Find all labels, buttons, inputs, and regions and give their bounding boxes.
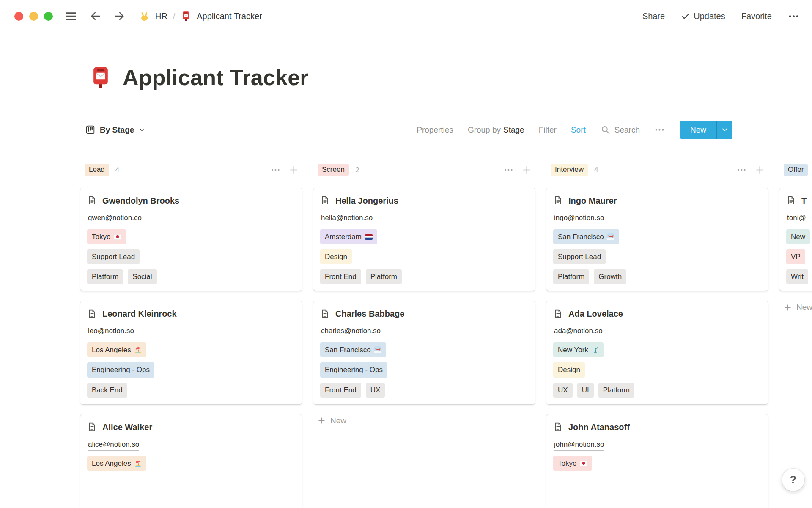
new-card-button[interactable]: New bbox=[313, 416, 535, 425]
tag-ux: UX bbox=[366, 383, 385, 398]
card-email[interactable]: leo@notion.so bbox=[88, 326, 134, 337]
board-column-offer: OfferTtoni@NewVPWritNew bbox=[779, 163, 812, 312]
group-by-value: Stage bbox=[503, 125, 524, 135]
sidebar-toggle-icon[interactable] bbox=[65, 10, 77, 22]
card[interactable]: Leonard Kleinrockleo@notion.soLos Angele… bbox=[80, 301, 302, 404]
card-email[interactable]: ada@notion.so bbox=[554, 326, 603, 337]
view-more-button[interactable] bbox=[654, 124, 665, 135]
column-add-card-button[interactable] bbox=[522, 165, 532, 175]
column-header: Screen2 bbox=[313, 163, 535, 178]
column-more-button[interactable] bbox=[271, 165, 280, 175]
card-name: Gwendolyn Brooks bbox=[102, 195, 179, 207]
search-button[interactable]: Search bbox=[600, 124, 640, 135]
page-title-emoji-icon[interactable] bbox=[89, 66, 112, 90]
workspace-emoji-icon bbox=[139, 11, 150, 22]
view-name: By Stage bbox=[100, 125, 134, 135]
tag-back-end: Back End bbox=[87, 383, 127, 398]
traffic-light-zoom[interactable] bbox=[44, 12, 53, 21]
tag-support-lead: Support Lead bbox=[553, 249, 606, 264]
board-column-screen: Screen2Hella Jongeriushella@notion.soAms… bbox=[313, 163, 535, 425]
properties-button[interactable]: Properties bbox=[417, 125, 453, 135]
traffic-light-close[interactable] bbox=[14, 12, 23, 21]
card[interactable]: Ttoni@NewVPWrit bbox=[779, 188, 812, 291]
tag-row: Engineering - Ops bbox=[320, 362, 528, 377]
card[interactable]: Charles Babbagecharles@notion.soSan Fran… bbox=[313, 301, 535, 404]
column-count: 2 bbox=[355, 166, 359, 174]
breadcrumb-page[interactable]: Applicant Tracker bbox=[197, 11, 262, 21]
card-email[interactable]: alice@notion.so bbox=[88, 440, 139, 451]
flag-nl-icon bbox=[365, 234, 373, 240]
tag-growth: Growth bbox=[594, 269, 626, 284]
card-name: Ada Lovelace bbox=[568, 308, 623, 320]
back-button[interactable] bbox=[89, 10, 102, 22]
page-icon bbox=[553, 196, 563, 205]
page-icon bbox=[553, 422, 563, 432]
card-email[interactable]: toni@ bbox=[787, 213, 806, 224]
page-title: Applicant Tracker bbox=[123, 64, 309, 92]
board-column-interview: Interview4Ingo Maureringo@notion.soSan F… bbox=[546, 163, 768, 508]
card-title-row: Hella Jongerius bbox=[320, 195, 528, 207]
new-card-label: New bbox=[330, 416, 346, 425]
tag-row: Engineering - Ops bbox=[87, 362, 295, 377]
column-add-card-button[interactable] bbox=[289, 165, 299, 175]
column-more-button[interactable] bbox=[504, 165, 513, 175]
card-email[interactable]: hella@notion.so bbox=[321, 213, 373, 224]
column-more-button[interactable] bbox=[737, 165, 746, 175]
traffic-lights bbox=[14, 12, 53, 21]
column-add-card-button[interactable] bbox=[755, 165, 765, 175]
card[interactable]: Ingo Maureringo@notion.soSan FranciscoSu… bbox=[546, 188, 768, 291]
card-email[interactable]: ingo@notion.so bbox=[554, 213, 604, 224]
topbar-actions: Share Updates Favorite bbox=[642, 11, 799, 22]
tag-row: Support Lead bbox=[87, 249, 295, 264]
traffic-light-minimize[interactable] bbox=[29, 12, 38, 21]
card-email[interactable]: john@notion.so bbox=[554, 440, 604, 451]
breadcrumb-workspace[interactable]: HR bbox=[155, 11, 167, 21]
tag-row: Tokyo bbox=[87, 229, 295, 244]
column-count: 4 bbox=[594, 166, 598, 174]
card-email-row: gwen@notion.co bbox=[88, 213, 295, 224]
card-email-row: alice@notion.so bbox=[88, 440, 295, 451]
tag-engineering-ops: Engineering - Ops bbox=[87, 362, 154, 377]
column-count: 4 bbox=[115, 166, 119, 174]
card-name: John Atanasoff bbox=[568, 421, 630, 433]
filter-button[interactable]: Filter bbox=[539, 125, 557, 135]
card-title-row: Charles Babbage bbox=[320, 308, 528, 320]
card[interactable]: Ada Lovelaceada@notion.soNew YorkDesignU… bbox=[546, 301, 768, 404]
new-button[interactable]: New bbox=[680, 121, 732, 139]
card[interactable]: John Atanasoffjohn@notion.soTokyo bbox=[546, 414, 768, 508]
card-name: Leonard Kleinrock bbox=[102, 308, 177, 320]
favorite-button[interactable]: Favorite bbox=[741, 11, 772, 21]
sort-button[interactable]: Sort bbox=[571, 125, 586, 135]
new-button-label[interactable]: New bbox=[680, 121, 716, 139]
card-name: Hella Jongerius bbox=[335, 195, 398, 207]
flag-jp-icon bbox=[114, 234, 121, 240]
card[interactable]: Gwendolyn Brooksgwen@notion.coTokyoSuppo… bbox=[80, 188, 302, 291]
card-email[interactable]: charles@notion.so bbox=[321, 326, 381, 337]
page-icon bbox=[553, 309, 563, 319]
new-card-button[interactable]: New bbox=[779, 303, 812, 312]
card-email-row: ada@notion.so bbox=[554, 326, 761, 337]
help-button[interactable]: ? bbox=[782, 469, 804, 491]
share-button[interactable]: Share bbox=[642, 11, 665, 21]
new-button-chevron-icon[interactable] bbox=[716, 121, 732, 139]
card[interactable]: Alice Walkeralice@notion.soLos Angeles bbox=[80, 414, 302, 508]
column-name-badge[interactable]: Interview bbox=[551, 164, 588, 176]
group-by-button[interactable]: Group by Stage bbox=[468, 125, 524, 135]
column-name-badge[interactable]: Offer bbox=[784, 164, 808, 176]
column-name-badge[interactable]: Screen bbox=[318, 164, 349, 176]
more-button[interactable] bbox=[788, 11, 799, 22]
tag-support-lead: Support Lead bbox=[87, 249, 140, 264]
tag-row: Writ bbox=[786, 269, 812, 284]
card-email-row: ingo@notion.so bbox=[554, 213, 761, 224]
tag-engineering-ops: Engineering - Ops bbox=[320, 362, 387, 377]
plus-icon bbox=[784, 304, 792, 312]
column-name-badge[interactable]: Lead bbox=[85, 164, 109, 176]
forward-button[interactable] bbox=[113, 10, 126, 22]
view-switcher[interactable]: By Stage bbox=[85, 125, 145, 135]
updates-button[interactable]: Updates bbox=[681, 11, 725, 21]
tag-row: Los Angeles bbox=[87, 456, 295, 471]
search-icon bbox=[600, 124, 611, 135]
card[interactable]: Hella Jongeriushella@notion.soAmsterdamD… bbox=[313, 188, 535, 291]
page-icon bbox=[320, 309, 330, 319]
card-email[interactable]: gwen@notion.co bbox=[88, 213, 142, 224]
